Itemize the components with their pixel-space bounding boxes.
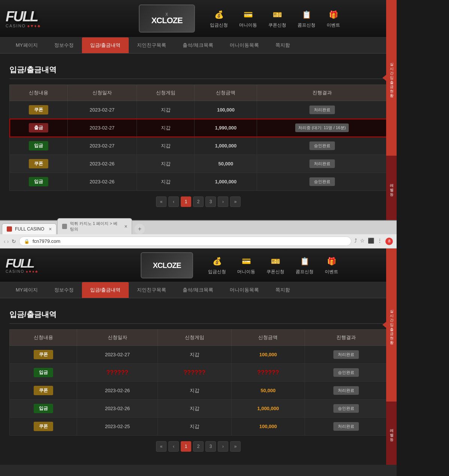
page-next[interactable]: › xyxy=(218,196,228,207)
new-tab-button[interactable]: + xyxy=(134,224,145,234)
nav-money-label: 머니이동 xyxy=(239,22,257,28)
tab-attendance[interactable]: 출석/체크목록 xyxy=(174,37,222,53)
tab-close-casino[interactable]: × xyxy=(49,226,52,232)
nav-comp[interactable]: 📋 콤프신청 xyxy=(297,9,315,28)
status-badge: 승인완료 xyxy=(333,404,359,413)
lower-nav-money[interactable]: 💳 머니이동 xyxy=(237,255,255,275)
lower-casino-label: CASINO xyxy=(6,269,24,274)
lower-brand-name: XCLOZE xyxy=(153,262,181,269)
lower-nav-event-label: 이벤트 xyxy=(325,269,338,275)
lower-suits-icon: ♠ ♥ ♦ ♣ xyxy=(26,269,37,274)
cell-date: 2023-02-27 xyxy=(67,119,137,137)
tab-transaction[interactable]: 입금/출금내역 xyxy=(82,37,129,53)
lower-tab-money-history[interactable]: 머니이동목록 xyxy=(222,282,267,298)
lower-tab-friends[interactable]: 지인친구목록 xyxy=(129,282,174,298)
browser-nav-arrows: ‹ › xyxy=(4,238,9,244)
lower-nav-event[interactable]: 🎁 이벤트 xyxy=(325,255,338,275)
lower-tab-attendance[interactable]: 출석/체크목록 xyxy=(174,282,222,298)
lower-page-next[interactable]: › xyxy=(218,441,228,452)
lower-col-status: 진행결과 xyxy=(305,330,387,346)
tab-favicon-review xyxy=(62,224,67,229)
menu-icon[interactable]: ⋮ xyxy=(377,238,382,245)
page-first[interactable]: « xyxy=(156,196,167,207)
tab-money-history[interactable]: 머니이동목록 xyxy=(222,37,267,53)
nav-deposit[interactable]: 💰 입금신청 xyxy=(210,9,228,28)
browser-tab-review[interactable]: 먹튀 카지노 1 페이지 > 베팅의 × xyxy=(57,218,132,234)
page-prev[interactable]: ‹ xyxy=(168,196,179,207)
page-last[interactable]: » xyxy=(230,196,241,207)
lower-logo-block: FULL CASINO ♠ ♥ ♦ ♣ xyxy=(6,257,38,274)
lower-page-prev[interactable]: ‹ xyxy=(168,441,179,452)
profile-avatar[interactable]: 총 xyxy=(385,238,393,245)
tab-messages[interactable]: 쪽지함 xyxy=(267,37,298,53)
nav-coupon-label: 쿠폰신청 xyxy=(268,22,286,28)
lower-tab-info[interactable]: 정보수정 xyxy=(46,282,82,298)
cell-game: 지갑 xyxy=(137,173,195,191)
tab-title-casino: FULL CASINO xyxy=(15,226,44,232)
type-badge: 입금 xyxy=(29,177,48,186)
address-bar-input[interactable]: 🔒 fcn7979.com xyxy=(19,237,351,246)
lower-page-2[interactable]: 2 xyxy=(193,441,204,452)
lower-sidebar-realtime[interactable]: 실시간입출금현황 xyxy=(386,248,397,402)
lower-page-3[interactable]: 3 xyxy=(205,441,216,452)
site-header: FULL CASINO ♠ ♥ ♦ ♣ X XCLOZE xyxy=(0,0,397,37)
lower-nav-deposit[interactable]: 💰 입금신청 xyxy=(208,255,226,275)
lower-nav-comp-label: 콤프신청 xyxy=(296,269,314,275)
back-button[interactable]: ‹ xyxy=(4,238,6,244)
forward-button[interactable]: › xyxy=(7,238,9,244)
cell-amount: 50,000 xyxy=(195,155,257,173)
lower-tab-messages[interactable]: 쪽지함 xyxy=(267,282,298,298)
browser-window: FULL CASINO × 먹튀 카지노 1 페이지 > 베팅의 × + ‹ ›… xyxy=(0,220,397,465)
event-icon: 🎁 xyxy=(327,9,339,21)
sidebar-realtime[interactable]: 실시간입출금현황 xyxy=(386,0,397,156)
cell-status: 승인완료 xyxy=(305,364,387,382)
cell-amount: 1,000,000 xyxy=(195,137,257,155)
page-3[interactable]: 3 xyxy=(205,196,216,207)
nav-coupon[interactable]: 🎫 쿠폰신청 xyxy=(268,9,286,28)
page-2[interactable]: 2 xyxy=(193,196,204,207)
share-icon[interactable]: ⤴ xyxy=(354,238,357,245)
cell-amount: 100,000 xyxy=(195,101,257,119)
type-badge: 입금 xyxy=(34,368,53,377)
refresh-button[interactable]: ↻ xyxy=(12,238,16,244)
tab-friends[interactable]: 지인친구목록 xyxy=(129,37,174,53)
lower-tab-transaction[interactable]: 입금/출금내역 xyxy=(82,282,129,298)
comp-icon: 📋 xyxy=(300,9,312,21)
cell-type: 입금 xyxy=(10,137,68,155)
lower-tab-mypage[interactable]: MY페이지 xyxy=(7,282,46,298)
type-badge: 출금 xyxy=(29,123,48,132)
col-game: 신청게임 xyxy=(137,85,195,101)
brand-name: XCLOZE xyxy=(151,16,182,25)
nav-event-label: 이벤트 xyxy=(327,22,340,28)
table-row: 쿠폰 2023-02-27 지갑 100,000 처리완료 xyxy=(10,101,387,119)
browser-tab-casino[interactable]: FULL CASINO × xyxy=(2,223,56,234)
cell-date: 2023-02-27 xyxy=(67,137,137,155)
col-date: 신청일자 xyxy=(67,85,137,101)
sidebar-level[interactable]: 레벨등 xyxy=(386,156,397,220)
cell-type: 쿠폰 xyxy=(10,346,77,364)
tab-close-review[interactable]: × xyxy=(124,223,127,229)
tab-info[interactable]: 정보수정 xyxy=(46,37,82,53)
tab-mypage[interactable]: MY페이지 xyxy=(7,37,46,53)
lower-page-1[interactable]: 1 xyxy=(181,441,191,452)
star-icon[interactable]: ☆ xyxy=(360,238,365,245)
lower-page-first[interactable]: « xyxy=(156,441,167,452)
cell-amount: 50,000 xyxy=(231,382,305,400)
extension-icon[interactable]: ⬛ xyxy=(368,238,374,245)
cell-game: ?????? xyxy=(158,364,232,382)
lower-page-last[interactable]: » xyxy=(230,441,241,452)
lower-event-icon: 🎁 xyxy=(326,255,337,267)
status-badge: 처리완료 xyxy=(333,422,359,431)
cell-amount: 100,000 xyxy=(231,346,305,364)
page-1[interactable]: 1 xyxy=(181,196,191,207)
top-pagination: « ‹ 1 2 3 › » xyxy=(9,191,387,213)
lower-nav-comp[interactable]: 📋 콤프신청 xyxy=(296,255,314,275)
nav-event[interactable]: 🎁 이벤트 xyxy=(327,9,340,28)
lower-page-title: 입금/출금내역 xyxy=(9,306,387,324)
nav-money[interactable]: 💳 머니이동 xyxy=(239,9,257,28)
caption-text: 사라진 환전 신청 내역 xyxy=(0,474,397,476)
lower-nav-coupon[interactable]: 🎫 쿠폰신청 xyxy=(266,255,284,275)
lower-table-header-row: 신청내용 신청일자 신청게임 신청금액 진행결과 xyxy=(10,330,387,346)
lower-sidebar-level[interactable]: 레벨등 xyxy=(386,402,397,465)
type-badge: 쿠폰 xyxy=(29,159,48,168)
